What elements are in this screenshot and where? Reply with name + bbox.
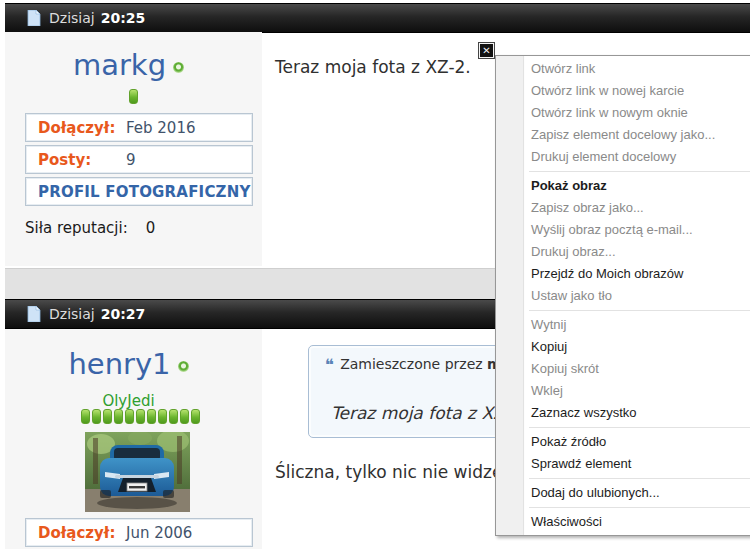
post1-reputation-line: Siła reputacji:0 <box>25 219 155 237</box>
joined-value: Jun 2006 <box>126 524 192 542</box>
joined-value: Feb 2016 <box>126 119 196 137</box>
post1-username-link[interactable]: markg <box>0 48 257 82</box>
post2-username-link[interactable]: henry1 <box>0 347 257 381</box>
menu-item-ustaw-jako-tlo: Ustaw jako tło <box>496 285 750 307</box>
menu-item-kopiuj[interactable]: Kopiuj <box>496 336 750 358</box>
post1-reputation-pip <box>129 89 138 104</box>
post1-header-bar: Dzisiaj 20:25 <box>5 3 750 33</box>
post2-time: 20:27 <box>101 306 146 322</box>
menu-item-wytnij: Wytnij <box>496 314 750 336</box>
reputation-label: Siła reputacji: <box>25 219 128 237</box>
quote-icon: ❝ <box>325 355 334 375</box>
menu-item-zapisz-element-docelowy: Zapisz element docelowy jako... <box>496 124 750 146</box>
menu-item-otworz-link: Otwórz link <box>496 58 750 80</box>
post1-time: 20:25 <box>101 10 146 26</box>
menu-separator <box>529 427 750 428</box>
menu-item-drukuj-obraz: Drukuj obraz... <box>496 241 750 263</box>
menu-item-pokaz-zrodlo[interactable]: Pokaż źródło <box>496 431 750 453</box>
post2-body-text: Śliczna, tylko nic nie widzę <box>275 462 502 482</box>
post2-user-title: OlyJedi <box>0 392 257 410</box>
post1-profile-box: PROFIL FOTOGRAFICZNY <box>25 177 253 206</box>
menu-item-otworz-link-nowa-karta: Otwórz link w nowej karcie <box>496 80 750 102</box>
posts-value: 9 <box>126 151 136 169</box>
menu-item-pokaz-obraz[interactable]: Pokaż obraz <box>496 175 750 197</box>
post1-date: Dzisiaj <box>49 10 95 26</box>
post2-joined-box: Dołączył: Jun 2006 <box>25 518 253 547</box>
photo-profile-link[interactable]: PROFIL FOTOGRAFICZNY <box>38 183 250 201</box>
document-icon <box>27 306 41 322</box>
post1-username: markg <box>73 48 166 82</box>
menu-item-wklej: Wklej <box>496 380 750 402</box>
context-menu: Otwórz link Otwórz link w nowej karcie O… <box>495 55 750 536</box>
menu-separator <box>529 478 750 479</box>
menu-item-kopiuj-skrot: Kopiuj skrót <box>496 358 750 380</box>
joined-label: Dołączył: <box>38 524 115 542</box>
forum-page: Dzisiaj 20:25 markg Dołączył: Feb 2016 P… <box>0 0 750 549</box>
menu-item-otworz-link-nowe-okno: Otwórz link w nowym oknie <box>496 102 750 124</box>
online-status-icon <box>178 361 189 372</box>
broken-image-icon[interactable]: ✕ <box>478 42 495 59</box>
posts-label: Posty: <box>38 151 91 169</box>
post1-body-text: Teraz moja fota z XZ-2. <box>275 57 471 77</box>
menu-item-wyslij-obraz-email: Wyślij obraz pocztą e-mail... <box>496 219 750 241</box>
menu-item-drukuj-element-docelowy: Drukuj element docelowy <box>496 146 750 168</box>
quote-prefix: Zamieszczone przez <box>340 356 482 372</box>
menu-separator <box>529 310 750 311</box>
reputation-value: 0 <box>146 219 156 237</box>
online-status-icon <box>173 62 184 73</box>
menu-item-zaznacz-wszystko[interactable]: Zaznacz wszystko <box>496 402 750 424</box>
menu-item-sprawdz-element[interactable]: Sprawdź element <box>496 453 750 475</box>
menu-separator <box>529 171 750 172</box>
avatar[interactable] <box>85 432 190 512</box>
menu-item-dodaj-do-ulubionych[interactable]: Dodaj do ulubionych... <box>496 482 750 504</box>
menu-item-przejdz-do-moich-obrazow[interactable]: Przejdź do Moich obrazów <box>496 263 750 285</box>
post2-date: Dzisiaj <box>49 306 95 322</box>
joined-label: Dołączył: <box>38 119 115 137</box>
menu-separator <box>529 507 750 508</box>
document-icon <box>27 10 41 26</box>
menu-item-wlasciwosci[interactable]: Właściwości <box>496 511 750 533</box>
menu-item-zapisz-obraz-jako: Zapisz obraz jako... <box>496 197 750 219</box>
post1-joined-box: Dołączył: Feb 2016 <box>25 113 253 142</box>
post2-reputation-bars <box>81 409 200 424</box>
post1-posts-box: Posty: 9 <box>25 145 253 174</box>
post2-username: henry1 <box>68 347 170 381</box>
